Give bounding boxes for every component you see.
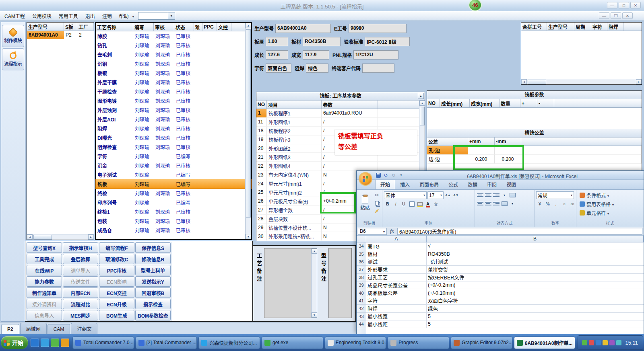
row-header[interactable]: 35 (357, 250, 366, 258)
customer-field[interactable] (362, 64, 394, 73)
child-close-icon[interactable]: ✕ (622, 12, 633, 19)
action-button[interactable]: PPC审核 (99, 265, 134, 275)
cell-b[interactable]: RO4350B (427, 250, 644, 258)
process-row[interactable]: 沉铜 刘琛瑜 刘琛瑜 已审核 (96, 59, 251, 68)
product-row[interactable]: 6AB94001A0 P2 2 (27, 31, 94, 39)
column-header[interactable]: S板 (64, 23, 77, 31)
process-row[interactable]: 板镀 刘琛瑜 刘琛瑜 已审核 (96, 68, 251, 78)
insert-function-icon[interactable]: fx (388, 228, 396, 234)
quicklaunch-icon[interactable] (51, 339, 59, 347)
cell-b[interactable]: (+0/-0.2mm) (427, 281, 644, 289)
column-header[interactable]: 难 (194, 23, 202, 31)
bottom-tab[interactable]: 局域网 (20, 323, 47, 334)
scroll-down-icon[interactable] (312, 312, 317, 318)
cell-a[interactable]: 阻焊 (366, 305, 427, 312)
orientation-icon[interactable] (501, 191, 508, 199)
help-dropdown-icon[interactable] (132, 13, 134, 19)
row-header[interactable]: 42 (357, 305, 366, 312)
action-button[interactable]: 调单导入 (63, 265, 98, 275)
action-button[interactable]: 型号上料单 (135, 265, 171, 275)
combo-dropdown-icon[interactable] (168, 12, 175, 19)
decrease-decimal-icon[interactable] (568, 200, 576, 207)
minimize-icon[interactable]: — (607, 2, 617, 8)
mill-basic-row[interactable]: 1 铣板程序1 6ab94001a0.ROU (256, 109, 425, 118)
select-all-corner[interactable] (357, 236, 366, 242)
process-remark-textarea[interactable] (264, 248, 317, 318)
row-header[interactable]: 38 (357, 274, 366, 281)
action-button[interactable]: 指示检查 (135, 299, 171, 309)
action-button[interactable]: MES同步 (63, 310, 98, 320)
horizontal-scrollbar[interactable] (521, 79, 642, 84)
process-row[interactable]: 去毛刺 刘琛瑜 刘琛瑜 已审核 (96, 50, 251, 59)
taskbar-button[interactable]: Total Commander 7.0 ... (72, 337, 134, 349)
cell-a[interactable]: 过孔工艺 (366, 274, 427, 281)
tray-icon[interactable] (616, 340, 621, 345)
process-row[interactable]: 字符 刘琛瑜 已编写 (96, 152, 251, 161)
redo-icon[interactable] (390, 172, 396, 178)
column-header[interactable]: - (537, 99, 554, 107)
cell-a[interactable]: 板材 (366, 250, 427, 258)
standard-field[interactable]: IPC-6012 Ⅱ级 (365, 37, 410, 46)
align-center-icon[interactable] (485, 201, 492, 206)
action-button[interactable]: 制作通知单 (27, 287, 62, 298)
ribbon-tab[interactable]: 审阅 (482, 179, 502, 189)
qat-dropdown-icon[interactable] (398, 172, 404, 178)
process-row[interactable]: 外层蚀刻 刘琛瑜 刘琛瑜 已审核 (96, 105, 251, 115)
wrap-text-icon[interactable] (509, 191, 516, 199)
cell-b[interactable]: 按GERBER文件 (427, 274, 644, 281)
column-header[interactable]: 生产型号 (27, 23, 64, 31)
scrollbar-thumb[interactable] (33, 235, 52, 240)
office-button[interactable] (359, 172, 372, 186)
column-header[interactable]: 项目 (267, 101, 322, 109)
action-button[interactable]: BOM生成 (99, 310, 134, 320)
bottom-tab[interactable]: 注朝文 (71, 323, 97, 334)
tray-icon[interactable] (596, 340, 601, 345)
style-button[interactable]: 套用表格格 (578, 200, 642, 208)
row-header[interactable]: 37 (357, 266, 366, 273)
align-right-icon[interactable] (493, 201, 500, 206)
column-header[interactable]: 公差 (427, 138, 468, 146)
cell-b[interactable]: 双面白色字符 (427, 297, 644, 305)
row-header[interactable]: 44 (357, 320, 366, 328)
model-field[interactable]: 6AB94001A0 (275, 24, 331, 33)
width-field[interactable]: 117.9 (303, 50, 329, 60)
mill-basic-row[interactable]: 11 外形图纸1 / (256, 118, 425, 127)
menu-item[interactable]: CAM工程 (1, 11, 29, 21)
align-middle-icon[interactable] (485, 193, 492, 198)
action-button[interactable]: 型号查询X (27, 242, 62, 253)
menu-item[interactable]: 退出 (82, 11, 99, 21)
process-row[interactable]: DI曝光 刘琛瑜 刘琛瑜 已审核 (96, 133, 251, 142)
paste-button[interactable]: 粘贴 (358, 191, 372, 215)
taskbar-button[interactable]: 6AB94001A0制作单... (514, 337, 576, 349)
maximize-icon[interactable]: □ (619, 2, 629, 8)
action-button[interactable]: 在线WIP (27, 265, 62, 275)
action-button[interactable]: ECN升级 (99, 299, 134, 309)
ribbon-tab[interactable]: 开始 (375, 179, 395, 189)
cell-a[interactable]: 测试 (366, 258, 427, 266)
align-bottom-icon[interactable] (493, 193, 500, 198)
action-button[interactable]: 修改信息R (135, 254, 171, 264)
cell-b[interactable]: (+/-0.10mm) (427, 289, 644, 297)
process-row[interactable]: 阻焊 刘琛瑜 刘琛瑜 已审核 (96, 124, 251, 133)
menu-item[interactable]: 帮助 (116, 11, 132, 21)
italic-icon[interactable] (392, 200, 399, 207)
action-button[interactable]: 内部ECN (63, 287, 98, 298)
start-button[interactable]: 开始 (1, 336, 28, 349)
borders-icon[interactable] (408, 200, 415, 207)
scroll-left-icon[interactable] (27, 234, 33, 240)
process-row[interactable]: 终检1 刘琛瑜 刘琛瑜 已审核 (96, 207, 251, 216)
save-icon[interactable] (375, 172, 381, 178)
action-button[interactable]: 传送文件 (63, 276, 98, 287)
column-header[interactable]: 审核 (154, 23, 174, 31)
process-row[interactable]: 图形电镀 刘琛瑜 刘琛瑜 已审核 (96, 96, 251, 105)
process-row[interactable]: 干膜检查 刘琛瑜 刘琛瑜 已审核 (96, 87, 251, 96)
process-row[interactable]: 钻孔 刘琛瑜 刘琛瑜 已审核 (96, 41, 251, 50)
action-button[interactable]: 编写流程F (99, 242, 134, 253)
undo-icon[interactable] (383, 172, 389, 178)
process-row[interactable]: 外层AOI 刘琛瑜 刘琛瑜 已审核 (96, 115, 251, 124)
taskbar-button[interactable]: Progress (388, 337, 449, 349)
ribbon-tab[interactable]: 数据 (463, 179, 482, 189)
scrollbar-thumb[interactable] (528, 80, 546, 84)
taskbar-button[interactable]: Graphic Editor 9.07b2... (451, 337, 512, 349)
cell-a[interactable]: 最小线距 (366, 320, 427, 328)
